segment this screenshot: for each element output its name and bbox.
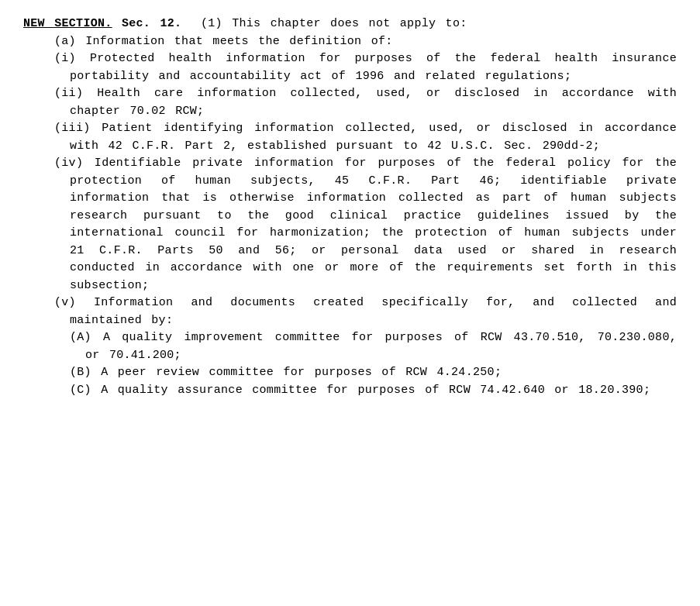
new-section-label: NEW SECTION.: [23, 17, 112, 30]
item-ii: (ii) Health care information collected, …: [23, 85, 677, 120]
section-number: Sec. 12.: [122, 17, 181, 30]
item-i-text: (i) Protected health information for pur…: [54, 52, 677, 83]
item-B-text: (B) A peer review committee for purposes…: [70, 366, 502, 379]
item-A-text: (A) A quality improvement committee for …: [70, 331, 677, 362]
item-C: (C) A quality assurance committee for pu…: [23, 382, 677, 400]
item-A: (A) A quality improvement committee for …: [23, 329, 677, 364]
item-C-text: (C) A quality assurance committee for pu…: [70, 384, 650, 397]
item-a-text: (a) Information that meets the definitio…: [54, 35, 393, 48]
item-ii-text: (ii) Health care information collected, …: [54, 87, 677, 118]
item-iv: (iv) Identifiable private information fo…: [23, 155, 677, 294]
item-v: (v) Information and documents created sp…: [23, 294, 677, 329]
section-header-line: NEW SECTION. Sec. 12. (1) This chapter d…: [23, 15, 677, 33]
item-a: (a) Information that meets the definitio…: [23, 33, 677, 51]
item-B: (B) A peer review committee for purposes…: [23, 364, 677, 382]
item-iii-text: (iii) Patient identifying information co…: [54, 122, 677, 153]
intro-text: (1) This chapter does not apply to:: [201, 17, 467, 30]
document-content: NEW SECTION. Sec. 12. (1) This chapter d…: [23, 15, 677, 399]
item-iv-text: (iv) Identifiable private information fo…: [54, 157, 677, 292]
item-i: (i) Protected health information for pur…: [23, 50, 677, 85]
item-v-text: (v) Information and documents created sp…: [54, 296, 677, 327]
item-iii: (iii) Patient identifying information co…: [23, 120, 677, 155]
